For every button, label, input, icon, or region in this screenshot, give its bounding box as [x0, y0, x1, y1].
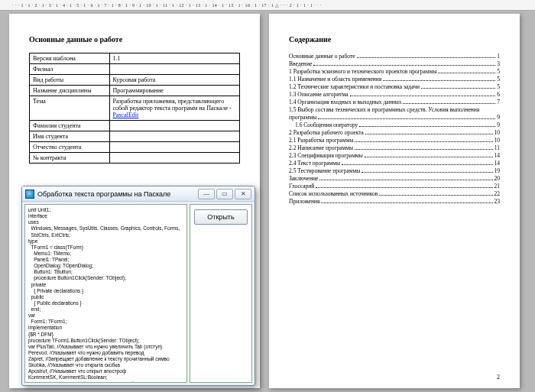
- toc-entry: 1 Разработка эскизного и технического пр…: [289, 68, 500, 75]
- toc-page: 22: [494, 190, 501, 197]
- table-row: № контракта: [30, 153, 240, 164]
- close-button[interactable]: ✕: [235, 189, 251, 199]
- table-cell-key: № контракта: [30, 153, 110, 164]
- toc-title: Список использованных источников: [289, 190, 378, 197]
- table-row: Филиал: [30, 64, 240, 75]
- toc-entry: Глоссарий21: [289, 183, 500, 190]
- toc-leader-dots: [357, 53, 496, 58]
- toc-entry: Список использованных источников22: [289, 190, 500, 197]
- table-cell-value: [109, 121, 240, 131]
- toc-leader-dots: [318, 115, 495, 119]
- table-cell-key: Название дисциплины: [30, 86, 110, 96]
- toc-leader-dots: [365, 153, 493, 157]
- page-title: Содержание: [289, 35, 500, 44]
- toc-entry: Заключение20: [289, 175, 500, 182]
- toc-title: программы: [289, 114, 316, 121]
- toc-title: 1.6 Сообщения оператору: [295, 121, 358, 128]
- toc-entry: 2.5 Тестирование программы19: [289, 167, 500, 174]
- link[interactable]: PascalEdit: [113, 112, 139, 118]
- toc-title: Введение: [289, 60, 312, 67]
- toc-leader-dots: [355, 138, 492, 142]
- toc-leader-dots: [365, 130, 493, 134]
- toc-page: 20: [494, 175, 501, 182]
- table-cell-key: Версия шаблона: [30, 53, 110, 64]
- toc-title: 1.4 Организация входных и выходных данны…: [289, 99, 401, 105]
- toc-page: 7: [497, 99, 500, 105]
- toc-title: Приложения: [289, 198, 319, 205]
- table-cell-key: Имя студента: [30, 131, 110, 142]
- table-row: Версия шаблона1.1: [30, 53, 240, 64]
- minimize-button[interactable]: —: [198, 189, 215, 199]
- toc-page: 6: [497, 91, 500, 98]
- toc-page: 9: [497, 121, 500, 128]
- code-textarea[interactable]: unit Unit1; interface uses Windows, Mess…: [24, 204, 187, 383]
- toc-entry: 1.3 Описание алгоритма6: [289, 91, 500, 98]
- toc-page: 9: [497, 114, 500, 121]
- toc-page: 3: [497, 60, 500, 67]
- toc-entry: 1.4 Организация входных и выходных данны…: [289, 99, 500, 105]
- toc-page: 21: [494, 183, 501, 190]
- table-cell-value: [109, 153, 240, 164]
- maximize-button[interactable]: ▭: [216, 189, 233, 199]
- toc-leader-dots: [421, 84, 495, 89]
- table-cell-key: Отчество студента: [30, 142, 110, 153]
- toc-title: 2.5 Тестирование программы: [289, 167, 360, 174]
- toc-title: 1.3 Описание алгоритма: [289, 91, 349, 98]
- toc-title: 1 Разработка эскизного и технического пр…: [289, 68, 436, 75]
- toc-entry: 1.1 Назначение и область применения5: [289, 76, 500, 83]
- toc-entry: Основные данные о работе1: [289, 53, 500, 60]
- open-button[interactable]: Открыть: [194, 209, 248, 225]
- table-of-contents: Основные данные о работе1Введение31 Разр…: [289, 53, 500, 205]
- table-row: Название дисциплиныПрограммирование: [30, 86, 240, 96]
- titlebar[interactable]: Обработка текста программы на Паскале — …: [22, 186, 255, 202]
- toc-entry: Приложения23: [289, 198, 500, 205]
- table-cell-value: Курсовая работа: [109, 75, 240, 86]
- horizontal-ruler: · · · 1 · 1 · 2 · 1 · 3 · 1 · 4 · 1 · 5 …: [0, 0, 535, 11]
- toc-page: 5: [497, 83, 500, 90]
- table-cell-value: 1.1: [109, 53, 240, 64]
- toc-title: 1.1 Назначение и область применения: [289, 76, 381, 83]
- toc-entry: 1.5 Выбор состава технических и программ…: [289, 106, 500, 113]
- toc-title: 2 Разработка рабочего проекта: [289, 129, 364, 136]
- toc-title: Глоссарий: [289, 183, 314, 190]
- toc-leader-dots: [321, 199, 492, 203]
- table-cell-value: Программирование: [109, 86, 240, 96]
- toc-title: Заключение: [289, 175, 318, 182]
- toc-entry: 2.3 Спецификация программы14: [289, 152, 500, 159]
- toc-entry: 2.2 Написание программы11: [289, 144, 500, 151]
- toc-title: 1.5 Выбор состава технических и программ…: [289, 106, 479, 113]
- table-row: Вид работыКурсовая работа: [30, 75, 240, 86]
- table-row: Отчество студента: [30, 142, 240, 153]
- table-cell-value: Разработка приложения, представляющего с…: [109, 96, 240, 121]
- toc-title: 2.1 Разработка программы: [289, 137, 353, 144]
- table-cell-key: Фамилия студента: [30, 121, 110, 131]
- toc-leader-dots: [438, 69, 495, 73]
- toc-leader-dots: [342, 160, 492, 165]
- table-row: Фамилия студента: [30, 121, 240, 131]
- toc-title: 1.2 Технические характеристики и постано…: [289, 83, 420, 90]
- app-window[interactable]: Обработка текста программы на Паскале — …: [21, 186, 255, 386]
- toc-page: 10: [494, 137, 501, 144]
- table-cell-value: [109, 142, 240, 153]
- toc-leader-dots: [313, 61, 495, 66]
- document-page-2: Содержание Основные данные о работе1Введ…: [269, 14, 520, 388]
- app-icon: [25, 190, 34, 199]
- toc-leader-dots: [383, 76, 495, 81]
- toc-title: 2.4 Текст программы: [289, 160, 340, 167]
- table-cell-value: [109, 131, 240, 142]
- toc-title: 2.3 Спецификация программы: [289, 152, 363, 159]
- page-title: Основные данные о работе: [29, 35, 240, 44]
- toc-entry: 1.6 Сообщения оператору9: [295, 121, 500, 128]
- toc-leader-dots: [350, 92, 496, 96]
- toc-leader-dots: [319, 176, 492, 180]
- toc-page: 11: [494, 144, 500, 151]
- toc-entry: 2.1 Разработка программы10: [289, 137, 500, 144]
- metadata-table: Версия шаблона1.1ФилиалВид работыКурсова…: [29, 53, 240, 164]
- toc-entry: программы9: [289, 114, 500, 121]
- toc-entry: 1.2 Технические характеристики и постано…: [289, 83, 500, 90]
- toc-leader-dots: [359, 122, 495, 127]
- toc-page: 19: [494, 167, 501, 174]
- table-cell-key: Тема: [30, 96, 110, 121]
- window-title: Обработка текста программы на Паскале: [37, 190, 198, 198]
- toc-leader-dots: [403, 99, 495, 104]
